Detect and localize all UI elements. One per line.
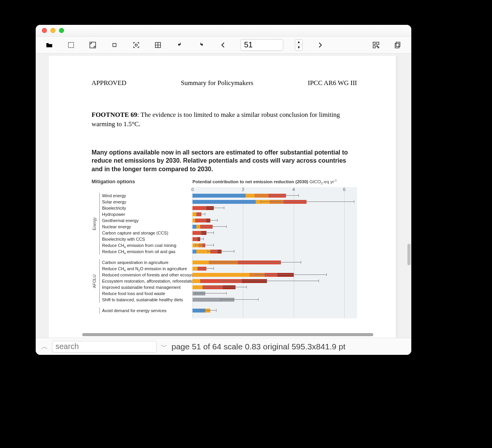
svg-rect-5 [373,42,376,44]
error-bar [200,310,217,311]
bar-row [192,217,357,224]
bar-row [192,224,357,230]
step-down-icon[interactable]: ▼ [295,45,302,50]
bar-row [192,278,357,284]
svg-rect-10 [396,42,400,47]
vertical-scrollbar[interactable] [407,244,411,265]
footnote-label: FOOTNOTE 69 [92,111,137,118]
bar-segment [192,279,200,283]
option-label: Improved sustainable forest management [102,284,192,290]
option-label: Reduce CH4 emission from coal mining [102,242,192,248]
bar-segment [192,250,196,254]
option-label: Reduce CH4 and N2O emission in agricultu… [102,266,192,272]
bar-segment [196,225,200,229]
bar-segment [192,285,203,289]
option-label: Wind energy [102,193,192,199]
next-page-icon[interactable] [316,41,324,49]
doc-header: APPROVED Summary for Policymakers IPCC A… [92,79,357,87]
bar-row [192,248,357,255]
error-bar [261,201,354,202]
doc-header-right: IPCC AR6 WG III [308,79,357,87]
bar-row [192,297,357,303]
titlebar [36,25,411,36]
option-label: Reduced conversion of forests and other … [102,272,192,278]
step-up-icon[interactable]: ▲ [295,40,302,45]
prev-page-icon[interactable] [219,41,227,49]
rotate-left-icon[interactable] [175,41,184,49]
bar-row [192,205,357,211]
error-bar [195,293,227,293]
copy-icon[interactable] [393,41,402,49]
bar-row [192,290,357,297]
error-bar [196,239,204,239]
axis-tick: 4 [293,187,295,192]
footnote: FOOTNOTE 69: The evidence is too limited… [92,110,357,129]
svg-rect-6 [377,42,379,44]
bar-row [192,242,357,248]
folder-icon[interactable] [45,41,54,49]
statusbar: ︿ ﹀ page 51 of 64 scale 0.83 original 59… [36,338,411,355]
svg-rect-8 [377,45,378,47]
option-label: Solar energy [102,199,192,205]
actual-size-icon[interactable] [110,41,119,49]
bar-row [192,307,357,314]
group-label: Energy [92,193,97,255]
horizontal-scrollbar[interactable] [82,333,373,336]
bar-row [192,259,357,266]
axis-tick: 6 [343,187,345,192]
page-stepper[interactable]: ▲▼ [295,39,303,51]
svg-rect-3 [135,44,137,46]
bar-row [192,193,357,199]
search-prev-icon[interactable]: ︿ [41,342,48,351]
toolbar: ▲▼ [36,36,411,54]
bar-segment [192,260,209,264]
status-text: page 51 of 64 scale 0.83 original 595.3x… [172,342,345,351]
close-icon[interactable] [42,28,47,33]
svg-rect-7 [373,45,376,48]
error-bar [195,245,214,245]
error-bar [203,226,227,227]
svg-rect-1 [90,42,96,48]
mitigation-chart: Mitigation options Potential contributio… [92,179,357,318]
document-viewport[interactable]: APPROVED Summary for Policymakers IPCC A… [36,54,411,338]
minimize-icon[interactable] [50,28,55,33]
bar-segment [192,212,196,216]
bar-segment [192,273,249,277]
page-number-input[interactable] [241,39,283,51]
error-bar [271,195,299,196]
bar-row [192,211,357,217]
option-label: Reduce food loss and food waste [102,290,192,297]
error-bar [210,262,301,262]
option-label: Carbon capture and storage (CCS) [102,230,192,236]
search-next-icon[interactable]: ﹀ [161,342,168,351]
zoom-icon[interactable] [59,28,64,33]
bar-row [192,266,357,272]
error-bar [208,251,234,252]
option-label: Bioelectricity [102,205,192,211]
marquee-icon[interactable] [67,41,75,49]
group-label: AFOLU [92,259,97,303]
error-bar [220,281,319,281]
bar-segment [192,267,197,271]
fit-corners-icon[interactable] [132,41,140,49]
app-window: ▲▼ APPROVED Summary for Policymakers IPC… [36,25,411,355]
chart-headline: Many options available now in all sector… [92,148,357,174]
option-label: Avoid demand for energy services [102,307,192,314]
fit-in-icon[interactable] [88,41,97,49]
bar-segment [255,194,269,198]
pdf-page: APPROVED Summary for Policymakers IPCC A… [49,56,398,338]
error-bar [200,233,214,233]
rotate-right-icon[interactable] [197,41,206,49]
svg-rect-11 [395,43,399,48]
option-label: Shift to balanced, sustainable healthy d… [102,297,192,303]
search-input[interactable] [52,341,157,352]
fit-page-icon[interactable] [154,41,162,49]
option-label: Bioelectricity with CCS [102,236,192,242]
option-label: Ecosystem restoration, afforestation, re… [102,278,192,284]
qr-icon[interactable] [372,41,380,49]
bar-segment [246,194,255,198]
doc-header-left: APPROVED [92,79,126,87]
error-bar [204,220,218,221]
error-bar [256,274,327,275]
bar-row [192,284,357,290]
